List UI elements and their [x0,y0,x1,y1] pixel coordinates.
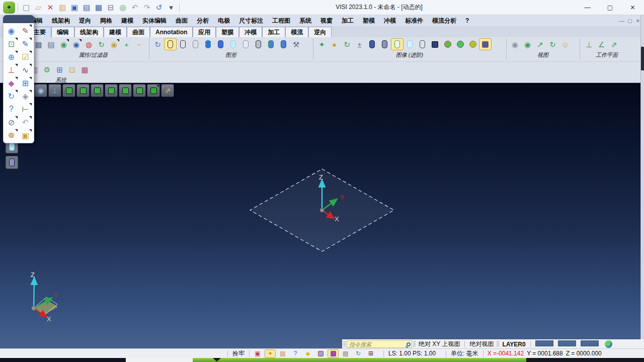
solids-toggle-icon[interactable]: ± [353,38,366,50]
app-logo-button[interactable]: ✦ [3,2,15,14]
dashed-cylinder-icon[interactable] [189,38,202,50]
menu-item[interactable]: 网格 [96,15,117,26]
menu-item[interactable]: 标准件 [400,15,428,26]
grid-icon[interactable]: ▦ [78,63,91,75]
ucs-triad-icon[interactable]: ⊥ [48,84,61,97]
ribbon-tab[interactable]: 编辑 [51,27,74,37]
menu-item[interactable]: 塑模 [358,15,379,26]
ghost-cylinder-icon[interactable] [239,38,252,50]
plane-indicator-icon[interactable]: ◆ [302,349,313,358]
layered-sphere-icon[interactable] [466,38,479,50]
window-tile-icon[interactable]: ⊞ [19,76,32,89]
selection-box-icon[interactable]: ⊡ [5,37,18,50]
shaded-edge-cylinder-icon[interactable] [202,38,214,50]
filter-plus-icon[interactable]: + [120,38,133,50]
snap-settings-icon[interactable]: ▣ [252,349,263,358]
print-preview-icon[interactable]: ◎ [117,2,128,13]
minimize-button[interactable]: — [576,0,599,15]
snap-toggle[interactable]: 拴牢 [230,349,247,358]
save-icon[interactable]: ▣ [69,2,80,13]
list-layers-icon[interactable]: ▤ [340,349,351,358]
striped-cylinder-icon[interactable] [378,38,391,50]
mdi-minimize-button[interactable]: — [618,17,626,25]
shading-mode-icon[interactable]: ◈ [19,89,32,103]
graphics-settings-icon[interactable]: ⚒ [290,38,302,50]
undo-icon[interactable]: ↶ [129,2,140,13]
palette-header[interactable] [3,15,34,23]
workplane-create-icon[interactable]: ⊥ [583,38,595,50]
globe-icon[interactable] [605,340,612,348]
ribbon-tab[interactable]: 模流 [285,27,308,37]
view-bottom-icon[interactable] [76,84,90,97]
grid-toggle-icon[interactable]: ⊞ [365,349,376,358]
magic-select-icon[interactable]: ✦ [265,349,276,358]
status-field-3[interactable] [581,340,599,348]
view-front-icon[interactable] [105,84,118,97]
close-file-icon[interactable]: ✕ [45,2,56,13]
hidden-line-cylinder-icon[interactable] [177,38,189,50]
undo-history-icon[interactable]: ↺ [153,2,165,13]
workplane-axes-icon[interactable]: ⊥ [5,63,18,76]
attribute-page-icon[interactable]: ▤ [45,38,57,50]
new-file-icon[interactable]: ▢ [21,2,32,13]
workplane-align-icon[interactable]: ∠ [595,38,608,50]
ribbon-tab[interactable]: 线架构 [74,27,104,37]
filter-traffic-light-icon[interactable]: ◍ [83,38,95,50]
command-search-input[interactable] [348,341,407,348]
zoom-flash-icon[interactable]: ◉ [34,84,47,97]
auto-refresh-icon[interactable]: ↻ [353,349,364,358]
view-smiley-icon[interactable]: ☺ [559,38,572,50]
spline-icon[interactable]: ∿ [19,63,32,76]
menu-item[interactable]: 系统 [295,15,316,26]
context-help-icon[interactable]: ? [290,349,301,358]
shaded-cylinder-icon[interactable] [214,38,227,50]
layer-indicator[interactable]: LAYER0 [500,341,527,348]
copy-file-icon[interactable]: ▥ [57,2,68,13]
transparent-cylinder-icon[interactable] [227,38,239,50]
menu-item[interactable]: 冲模 [379,15,400,26]
export-folder-icon[interactable]: ▣ [19,129,32,142]
ribbon-tab[interactable]: 加工 [262,27,285,37]
solid-shaded-cylinder-icon[interactable] [366,38,378,50]
print-icon[interactable]: ⊟ [105,2,116,13]
view-right-icon[interactable] [91,84,104,97]
view-mode-indicator[interactable]: 绝对 XY 上视图 [417,340,462,348]
wireframe-solid-icon[interactable] [416,38,429,50]
right-dock-strip[interactable] [640,15,644,348]
view-vector-icon[interactable]: ↗ [534,38,546,50]
pick-box-icon[interactable]: ▤ [277,349,288,358]
close-button[interactable]: ✕ [621,0,644,15]
view-iso-icon[interactable] [147,84,160,97]
dark-cube-icon[interactable] [429,38,441,50]
ribbon-tab[interactable]: Annotation [150,27,193,37]
redo-icon[interactable]: ↷ [141,2,152,13]
menu-item[interactable]: 逆向 [74,15,96,26]
workplane-normal-icon[interactable]: ⇗ [608,38,620,50]
filter-refresh-icon[interactable]: ↻ [95,38,108,50]
edit-erase-icon[interactable]: ✎ [19,24,32,37]
filter-show-remove-icon[interactable]: ◉ [70,38,83,50]
hide-solid-icon[interactable] [315,349,326,358]
drag-grip[interactable] [343,341,346,347]
window-options-icon[interactable]: ⊞ [53,63,66,75]
validate-cylinder-icon[interactable] [391,38,404,50]
ribbon-tab[interactable]: 冲模 [239,27,262,37]
confirm-toggle-icon[interactable]: ☑ [19,50,32,63]
draft-sphere-icon[interactable] [454,38,466,50]
drag-grip[interactable] [497,341,499,347]
save-all-icon[interactable]: ▦ [93,2,104,13]
menu-item[interactable]: 建模 [117,15,138,26]
view-left-icon[interactable] [119,84,132,97]
menu-item[interactable]: 尺寸标注 [234,15,268,26]
status-field-1[interactable] [535,340,553,348]
ribbon-tab[interactable]: 曲面 [127,27,150,37]
navigation-icon[interactable]: ☸ [5,129,18,142]
menu-item[interactable]: 曲面 [171,15,192,26]
toolbar-options-icon[interactable]: ▾ [166,2,177,13]
zoom-previous-icon[interactable]: ◉ [509,38,521,50]
zoom-measure-icon[interactable]: ⊕ [5,50,18,63]
analysis-sphere-icon[interactable] [441,38,454,50]
maximize-button[interactable]: ▢ [599,0,621,15]
view-top-icon[interactable] [62,84,75,97]
menu-item[interactable]: 加工 [337,15,358,26]
